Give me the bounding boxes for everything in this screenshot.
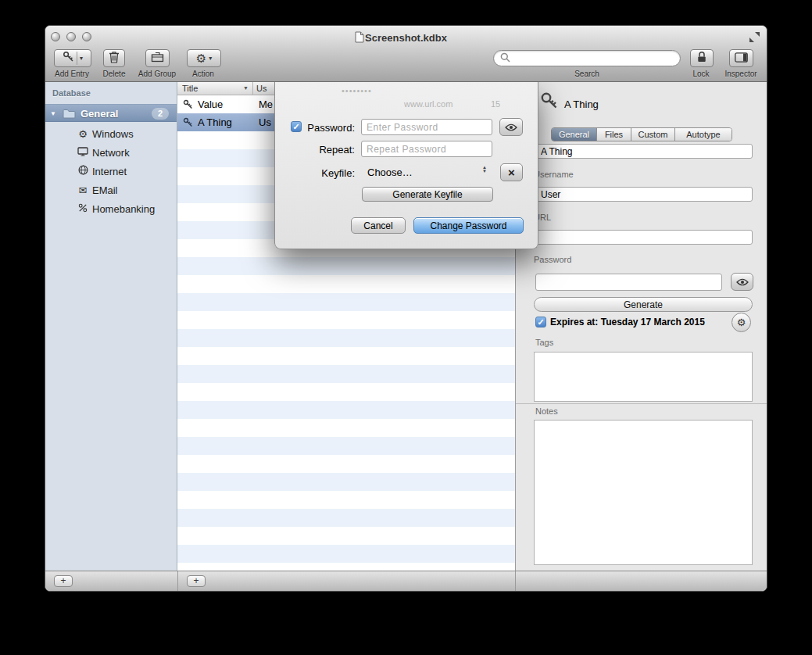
inspector-panel: A Thing General Files Custom Autotype Us… xyxy=(515,82,767,571)
sidebar-item-label: Internet xyxy=(92,166,127,177)
sidebar-item-email[interactable]: ✉ EMail xyxy=(45,181,177,199)
url-field[interactable] xyxy=(535,230,753,245)
lock-icon xyxy=(697,51,706,66)
window-chrome: Screenshot.kdbx ▾ Add Entry Delete xyxy=(45,26,767,82)
tags-input[interactable] xyxy=(534,352,753,402)
cancel-button[interactable]: Cancel xyxy=(351,217,406,234)
ghost-modified: 15 xyxy=(491,99,500,109)
sidebar-item-label: Windows xyxy=(92,128,134,140)
eye-icon xyxy=(736,275,749,289)
change-password-dialog: •••••••• www.url.com 15 ✓ Password: Repe… xyxy=(274,81,538,249)
entry-title: Value xyxy=(198,98,223,110)
title-field[interactable] xyxy=(535,144,753,159)
close-icon: × xyxy=(508,166,515,179)
tags-label: Tags xyxy=(535,338,553,347)
generate-button[interactable]: Generate xyxy=(534,297,753,312)
app-window: Screenshot.kdbx ▾ Add Entry Delete xyxy=(45,25,767,592)
search-field[interactable] xyxy=(493,50,681,66)
add-group-plus-button[interactable]: + xyxy=(54,575,73,587)
key-icon xyxy=(183,117,193,130)
eye-icon xyxy=(505,120,517,134)
notes-input[interactable] xyxy=(534,420,753,565)
sidebar-group-general[interactable]: ▼ General 2 xyxy=(45,104,177,122)
tab-general[interactable]: General xyxy=(552,128,597,141)
chevron-down-icon: ▾ xyxy=(80,55,83,62)
key-icon xyxy=(183,99,193,112)
show-password-button[interactable] xyxy=(499,118,523,136)
add-group-icon xyxy=(151,52,164,66)
entry-username: Us xyxy=(259,116,271,128)
ghost-url: www.url.com xyxy=(404,99,453,109)
trash-icon xyxy=(109,51,120,66)
sidebar-section-header: Database xyxy=(52,88,91,98)
entry-title: A Thing xyxy=(198,116,232,128)
password-field[interactable] xyxy=(535,274,722,291)
add-entry-plus-button[interactable]: + xyxy=(187,575,206,587)
search-label: Search xyxy=(562,70,612,78)
expires-checkbox[interactable]: ✓ xyxy=(535,317,546,328)
inspector-panel-icon xyxy=(735,52,748,66)
chevron-down-icon: ▾ xyxy=(209,55,212,62)
sidebar: Database ▼ General 2 ⚙ Windows xyxy=(45,82,177,571)
sidebar-item-windows[interactable]: ⚙ Windows xyxy=(45,124,177,143)
notes-label: Notes xyxy=(535,406,558,416)
lock-button[interactable] xyxy=(690,49,714,67)
add-entry-button[interactable]: ▾ xyxy=(54,49,91,67)
tab-autotype[interactable]: Autotype xyxy=(675,128,732,141)
sidebar-item-label: EMail xyxy=(92,184,118,196)
key-icon xyxy=(63,51,74,66)
gear-icon: ⚙ xyxy=(196,52,206,64)
dialog-repeat-label: Repeat: xyxy=(275,144,355,156)
sidebar-item-network[interactable]: Network xyxy=(45,143,177,162)
tab-files[interactable]: Files xyxy=(597,128,631,141)
ghost-password-dots: •••••••• xyxy=(342,86,372,95)
show-password-button[interactable] xyxy=(731,273,753,291)
monitor-icon xyxy=(77,147,89,159)
password-label: Password xyxy=(534,255,571,264)
action-button[interactable]: ⚙ ▾ xyxy=(187,49,221,67)
globe-icon xyxy=(77,165,89,177)
gear-icon: ⚙ xyxy=(737,317,746,328)
clear-keyfile-button[interactable]: × xyxy=(500,163,523,181)
tab-custom[interactable]: Custom xyxy=(631,128,675,141)
inspector-tabs: General Files Custom Autotype xyxy=(551,127,732,141)
search-input[interactable] xyxy=(514,53,674,64)
dialog-password-input[interactable] xyxy=(361,119,492,135)
column-header-title[interactable]: Title xyxy=(182,84,198,93)
dialog-password-label: Password: xyxy=(275,122,355,134)
change-password-button[interactable]: Change Password xyxy=(413,217,524,234)
expiry-options-button[interactable]: ⚙ xyxy=(732,313,751,332)
check-icon: ✓ xyxy=(537,317,544,327)
username-field[interactable] xyxy=(535,187,753,202)
inspector-entry-title: A Thing xyxy=(564,98,599,110)
dialog-keyfile-label: Keyfile: xyxy=(275,167,355,179)
generate-keyfile-button[interactable]: Generate Keyfile xyxy=(362,187,493,202)
column-header-username[interactable]: Us xyxy=(256,84,266,93)
sidebar-item-homebanking[interactable]: Homebanking xyxy=(45,199,177,218)
bottom-bar: + + xyxy=(45,571,767,591)
keyfile-popup-value: Choose… xyxy=(367,166,413,178)
button-divider xyxy=(77,52,77,65)
column-divider[interactable] xyxy=(252,82,253,95)
sidebar-item-label: Network xyxy=(92,147,130,159)
gear-icon: ⚙ xyxy=(77,128,89,140)
keyfile-popup[interactable]: Choose… ▲▼ xyxy=(361,164,498,181)
section-divider xyxy=(516,403,767,404)
add-group-button[interactable] xyxy=(145,49,170,67)
disclosure-triangle-icon[interactable]: ▼ xyxy=(50,110,56,117)
sidebar-item-internet[interactable]: Internet xyxy=(45,162,177,181)
action-label: Action xyxy=(178,70,228,78)
sort-arrow-icon: ▼ xyxy=(243,85,249,91)
fullscreen-icon[interactable] xyxy=(749,31,760,46)
divider xyxy=(177,571,178,591)
entry-count-badge: 2 xyxy=(152,108,169,120)
stepper-icon: ▲▼ xyxy=(482,166,487,174)
expires-label: Expires at: Tuesday 17 March 2015 xyxy=(550,317,705,328)
sidebar-group-label: General xyxy=(80,108,118,120)
delete-button[interactable] xyxy=(103,49,125,67)
envelope-icon: ✉ xyxy=(77,184,89,196)
inspector-button[interactable] xyxy=(729,49,753,67)
dialog-repeat-input[interactable] xyxy=(361,141,492,157)
add-group-label: Add Group xyxy=(132,70,182,78)
key-icon xyxy=(540,91,558,115)
